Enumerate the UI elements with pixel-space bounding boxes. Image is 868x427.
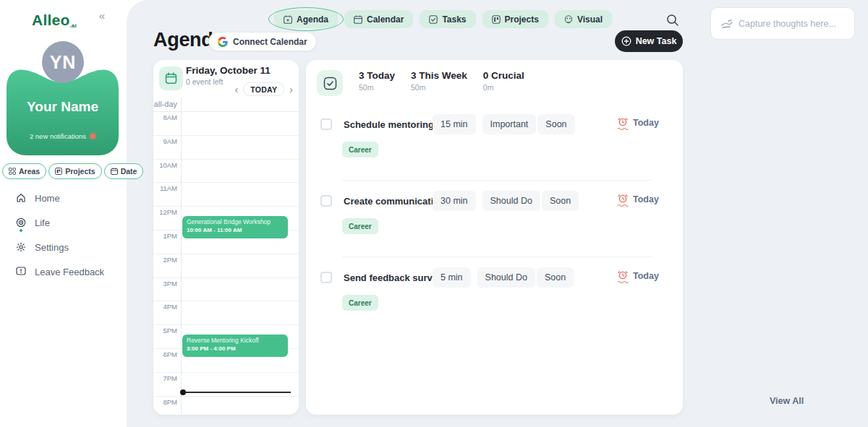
filter-pill-areas[interactable]: Areas — [2, 163, 46, 179]
calendar-icon — [354, 15, 362, 24]
task-due-badge[interactable]: Today — [617, 194, 659, 207]
tasks-panel: 3 Today 50m 3 This Week 50m 0 Crucial 0m… — [306, 60, 683, 415]
hour-label: 3PM — [153, 280, 177, 288]
alarm-wrap — [617, 117, 629, 130]
task-tag-career[interactable]: Career — [342, 218, 378, 234]
main-area: Agenda Calendar Tasks Projects Visual — [127, 0, 868, 427]
hour-label: 5PM — [153, 327, 177, 335]
stat-today[interactable]: 3 Today 50m — [359, 70, 395, 92]
tab-label: Visual — [577, 14, 603, 25]
all-day-label: all-day — [153, 100, 181, 108]
connect-calendar-button[interactable]: Connect Calendar — [208, 32, 317, 51]
filter-pill-projects[interactable]: Projects — [48, 163, 101, 179]
hour-label: 8PM — [153, 398, 177, 406]
tab-calendar[interactable]: Calendar — [344, 10, 413, 28]
today-button[interactable]: TODAY — [243, 82, 284, 96]
avatar[interactable]: YN — [42, 41, 84, 83]
hour-row: 4PM — [153, 301, 299, 325]
tab-label: Agenda — [297, 14, 328, 25]
feedback-icon — [16, 267, 26, 277]
squiggle-underline-icon — [617, 204, 629, 207]
hour-label: 12PM — [153, 208, 177, 216]
task-tag-career[interactable]: Career — [342, 142, 378, 158]
alarm-clock-icon — [618, 270, 628, 280]
sidebar-item-home[interactable]: Home — [16, 192, 124, 204]
tab-label: Calendar — [367, 14, 404, 25]
calendar-header-icon-box — [159, 66, 183, 90]
task-due-label: Today — [633, 117, 659, 128]
calendar-day-grid[interactable]: all-day 8AM 9AM 10AM 11AM 12PM 1PM 2PM 3… — [153, 98, 299, 415]
calendar-date-title: Friday, October 11 — [186, 65, 271, 76]
task-row: Create communication guide 30 min Should… — [306, 181, 683, 257]
task-priority-pill[interactable]: Should Do — [477, 267, 535, 288]
event-title: Reverse Mentoring Kickoff — [187, 337, 284, 345]
stat-label: 3 This Week — [411, 70, 467, 81]
next-day-icon[interactable]: › — [289, 85, 293, 95]
visual-icon — [564, 15, 573, 24]
task-checkbox[interactable] — [320, 118, 332, 130]
task-urgency-pill[interactable]: Soon — [537, 267, 574, 288]
tab-projects[interactable]: Projects — [482, 10, 548, 28]
stat-crucial[interactable]: 0 Crucial 0m — [483, 70, 524, 92]
prev-day-icon[interactable]: ‹ — [235, 85, 239, 95]
view-all-link[interactable]: View All — [770, 396, 804, 406]
task-duration-pill[interactable]: 15 min — [433, 114, 476, 134]
stat-duration: 50m — [411, 83, 467, 92]
capture-thoughts-box — [710, 7, 855, 40]
filter-pill-date[interactable]: Date — [104, 163, 144, 179]
new-task-button[interactable]: New Task — [615, 30, 683, 52]
nav-label: Life — [35, 217, 50, 228]
alarm-wrap — [617, 270, 629, 283]
nav-label: Home — [35, 193, 60, 204]
calendar-events-left: 0 event left — [186, 77, 223, 86]
tab-agenda[interactable]: Agenda — [274, 10, 338, 28]
stat-label: 0 Crucial — [483, 70, 524, 81]
home-icon — [16, 193, 26, 203]
task-checkbox[interactable] — [320, 195, 332, 207]
sidebar-item-leave-feedback[interactable]: Leave Feedback — [16, 266, 124, 277]
tab-tasks[interactable]: Tasks — [420, 10, 475, 28]
calendar-event[interactable]: Reverse Mentoring Kickoff 3:00 PM - 4:00… — [182, 335, 288, 357]
hour-row: 2PM — [153, 254, 299, 278]
notifications[interactable]: 2 new notifications — [7, 132, 119, 140]
task-due-badge[interactable]: Today — [617, 117, 659, 130]
hour-label: 7PM — [153, 374, 177, 382]
capture-thoughts-input[interactable] — [739, 19, 840, 29]
task-row: Send feedback survey 5 min Should Do Soo… — [306, 257, 683, 334]
sidebar: Alleo.ai « YN Your Name 2 new notificati… — [0, 0, 127, 427]
task-main-line: Schedule mentoring session 15 min Import… — [320, 114, 576, 134]
task-urgency-pill[interactable]: Soon — [542, 191, 579, 211]
life-indicator-dot — [20, 229, 22, 232]
task-due-label: Today — [633, 194, 659, 204]
sidebar-collapse-icon[interactable]: « — [99, 9, 105, 22]
task-title[interactable]: Schedule mentoring session — [344, 119, 433, 130]
task-title[interactable]: Create communication guide — [344, 196, 433, 207]
task-title[interactable]: Send feedback survey — [344, 272, 433, 283]
tab-label: Tasks — [442, 14, 466, 25]
task-due-badge[interactable]: Today — [617, 270, 659, 283]
gear-icon — [16, 242, 26, 252]
search-icon[interactable] — [665, 13, 681, 29]
task-priority-pill[interactable]: Important — [482, 114, 537, 134]
notifications-label: 2 new notifications — [30, 132, 86, 140]
squiggle-underline-icon — [617, 127, 629, 130]
hour-label: 6PM — [153, 350, 177, 358]
task-main-line: Send feedback survey 5 min Should Do Soo… — [320, 267, 575, 288]
sidebar-item-life[interactable]: Life — [16, 217, 124, 228]
task-duration-pill[interactable]: 30 min — [433, 191, 476, 211]
calendar-event[interactable]: Generational Bridge Workshop 10:00 AM - … — [182, 216, 288, 238]
task-tag-career[interactable]: Career — [342, 295, 378, 311]
task-checkbox[interactable] — [320, 272, 332, 283]
current-time-dot — [180, 389, 186, 395]
hour-row: 7PM — [153, 373, 299, 397]
stat-this-week[interactable]: 3 This Week 50m — [411, 70, 467, 92]
task-summary: 3 Today 50m 3 This Week 50m 0 Crucial 0m — [317, 70, 540, 96]
sidebar-item-settings[interactable]: Settings — [16, 241, 124, 253]
stat-duration: 50m — [359, 83, 395, 92]
filter-pill-label: Projects — [65, 167, 95, 176]
filter-pill-label: Date — [121, 167, 137, 176]
task-priority-pill[interactable]: Should Do — [482, 191, 540, 211]
task-duration-pill[interactable]: 5 min — [433, 267, 471, 288]
tab-visual[interactable]: Visual — [555, 10, 612, 28]
task-urgency-pill[interactable]: Soon — [537, 114, 574, 134]
